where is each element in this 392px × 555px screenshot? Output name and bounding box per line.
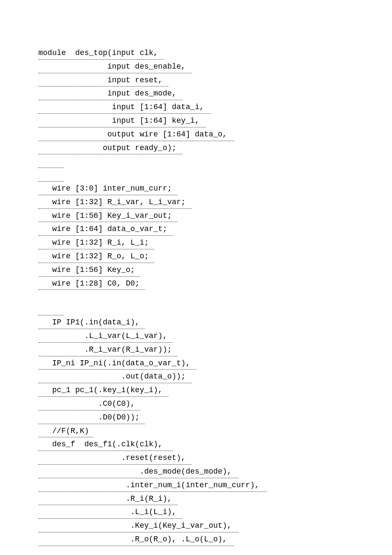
code-line	[38, 303, 64, 315]
code-line: IP_ni IP_ni(.in(data_o_var_t),	[38, 357, 196, 370]
code-line: .D0(D0));	[38, 411, 145, 424]
code-line: wire [1:56] Key_i_var_out;	[38, 210, 178, 223]
code-line: .inter_num_i(inter_num_curr),	[38, 479, 267, 492]
code-line: .des_mode(des_mode),	[38, 465, 239, 478]
code-line: input [1:64] key_i,	[38, 115, 206, 127]
code-line: .R_i_var(R_i_var));	[38, 344, 178, 356]
code-line: wire [1:32] R_o, L_o;	[38, 250, 154, 263]
code-line: //F(R,K)	[38, 425, 93, 438]
code-line: des_f des_f1(.clk(clk),	[38, 438, 173, 451]
code-line: .L_i(L_i),	[38, 506, 182, 519]
code-line: .L_i_var(L_i_var),	[38, 330, 173, 343]
code-line: wire [1:32] R_i, L_i;	[38, 237, 154, 249]
code-line: wire [1:64] data_o_var_t;	[38, 223, 173, 236]
code-line: .Key_i(Key_i_var_out),	[38, 520, 239, 532]
code-line: pc_1 pc_1(.key_i(key_i),	[38, 384, 168, 397]
blank-gap	[38, 291, 354, 303]
code-line: output wire [1:64] data_o,	[38, 128, 234, 141]
code-line: .out(data_o));	[38, 370, 192, 383]
code-line: input [1:64] data_i,	[38, 101, 210, 114]
code-line: wire [1:28] C0, D0;	[38, 278, 145, 290]
code-line: wire [3:0] inter_num_curr;	[38, 182, 178, 195]
code-line	[38, 169, 64, 182]
code-line: wire [1:56] Key_o;	[38, 264, 140, 277]
code-line: input des_enable,	[38, 61, 192, 73]
code-line: module des_top(input clk,	[38, 47, 164, 60]
code-line: input des_mode,	[38, 87, 182, 100]
code-line: .C0(C0),	[38, 398, 140, 410]
code-line: input reset,	[38, 74, 168, 87]
code-line: .R_i(R_i),	[38, 493, 178, 506]
document-page: module des_top(input clk, input des_enab…	[0, 0, 392, 555]
code-line: .R_o(R_o), .L_o(L_o),	[38, 533, 234, 546]
code-line: IP IP1(.in(data_i),	[38, 316, 145, 329]
code-line: .reset(reset),	[38, 452, 192, 465]
code-line: wire [1:32] R_i_var, L_i_var;	[38, 196, 192, 209]
code-line: output ready_o);	[38, 142, 182, 155]
code-line	[38, 155, 64, 168]
